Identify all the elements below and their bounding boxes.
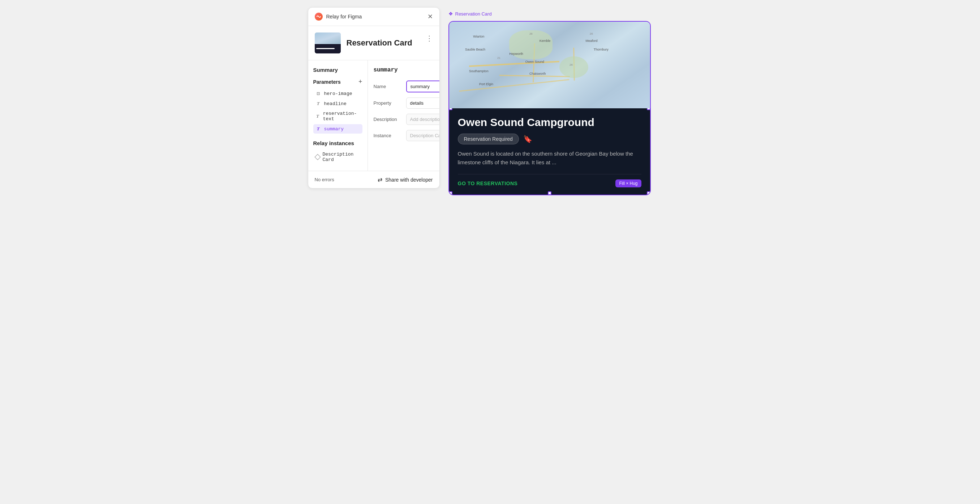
panel-header-left: Relay for Figma <box>315 13 362 21</box>
selection-handle-br <box>647 191 651 195</box>
detail-header: summary 🗑 <box>374 67 440 73</box>
param-hero-image[interactable]: ⊡ hero-image <box>313 89 363 98</box>
text-type-icon-2: T <box>315 113 320 119</box>
description-label: Description <box>374 117 402 122</box>
image-type-icon: ⊡ <box>315 91 321 96</box>
close-icon[interactable]: ✕ <box>428 13 433 20</box>
name-input[interactable] <box>406 81 440 92</box>
component-thumbnail <box>315 32 341 54</box>
share-label: Share with developer <box>385 177 433 183</box>
panel-sidebar: Summary Parameters + ⊡ hero-image T head… <box>308 60 368 171</box>
share-button[interactable]: ⇄ Share with developer <box>378 176 433 183</box>
app-title: Relay for Figma <box>326 14 362 19</box>
relay-logo-icon <box>315 13 323 21</box>
reservation-card: Wiarton Kemble Sauble Beach Hepworth Owe… <box>449 21 651 195</box>
go-to-reservations-link[interactable]: GO TO RESERVATIONS <box>458 181 518 186</box>
component-name: Reservation Card <box>347 38 412 48</box>
left-panel: Relay for Figma ✕ Reservation Card ⋮ Sum… <box>308 7 440 189</box>
text-type-icon: T <box>315 101 321 106</box>
instance-value-row: Description Card ⊕ <box>406 130 440 141</box>
no-errors-text: No errors <box>315 177 334 182</box>
param-headline-label: headline <box>324 101 347 106</box>
canvas-label: ❖ Reservation Card <box>449 11 673 17</box>
params-header: Parameters + <box>313 78 363 86</box>
panel-body: Summary Parameters + ⊡ hero-image T head… <box>308 60 439 171</box>
description-row: Description Add description <box>374 114 440 125</box>
detail-title: summary <box>374 67 398 73</box>
param-hero-image-label: hero-image <box>324 91 352 97</box>
property-row: Property details text value ▾ <box>374 97 440 109</box>
card-map-image: Wiarton Kemble Sauble Beach Hepworth Owe… <box>449 22 650 108</box>
param-reservation-text-label: reservation-text <box>323 111 360 122</box>
more-options-icon[interactable]: ⋮ <box>426 34 433 43</box>
relay-description-card-label: Description Card <box>323 152 360 162</box>
name-label: Name <box>374 84 402 89</box>
fill-hug-badge: Fill × Hug <box>616 179 641 187</box>
reservation-required-tag: Reservation Required <box>458 133 519 144</box>
panel-footer: No errors ⇄ Share with developer <box>308 171 439 188</box>
param-summary-label: summary <box>324 126 344 132</box>
figma-component-icon: ❖ <box>449 11 453 17</box>
instance-value: Description Card <box>406 130 440 141</box>
instance-row: Instance Description Card ⊕ <box>374 130 440 141</box>
canvas-component-label: Reservation Card <box>455 11 492 17</box>
instance-label: Instance <box>374 133 402 138</box>
card-dark-section: Owen Sound Campground Reservation Requir… <box>449 108 650 195</box>
param-headline[interactable]: T headline <box>313 99 363 108</box>
summary-section-title: Summary <box>313 67 363 73</box>
bookmark-icon[interactable]: 🔖 <box>523 135 532 143</box>
panel-detail: summary 🗑 Name Property details text val… <box>368 60 440 171</box>
diamond-icon <box>314 154 321 160</box>
property-label: Property <box>374 100 402 106</box>
params-label: Parameters <box>313 79 341 85</box>
param-summary[interactable]: T summary <box>313 124 363 133</box>
card-description: Owen Sound is located on the southern sh… <box>458 149 641 167</box>
add-param-icon[interactable]: + <box>358 78 363 86</box>
component-info: Reservation Card ⋮ <box>308 26 439 60</box>
selection-handle-bm <box>548 191 551 195</box>
card-tags: Reservation Required 🔖 <box>458 133 641 144</box>
card-title: Owen Sound Campground <box>458 116 641 128</box>
selection-handle-bl <box>449 191 452 195</box>
relay-description-card[interactable]: Description Card <box>313 150 363 164</box>
card-footer: GO TO RESERVATIONS Fill × Hug <box>458 174 641 187</box>
property-select[interactable]: details text value <box>406 97 440 109</box>
name-row: Name <box>374 81 440 92</box>
param-reservation-text[interactable]: T reservation-text <box>313 109 363 124</box>
right-panel: ❖ Reservation Card Wiarton Kemble Sauble… <box>449 7 673 195</box>
description-input[interactable]: Add description <box>406 114 440 125</box>
text-type-icon-3: T <box>315 126 321 132</box>
property-select-wrapper: details text value ▾ <box>406 97 440 109</box>
share-icon: ⇄ <box>378 176 382 183</box>
panel-header: Relay for Figma ✕ <box>308 8 439 26</box>
relay-instances-title: Relay instances <box>313 140 363 146</box>
